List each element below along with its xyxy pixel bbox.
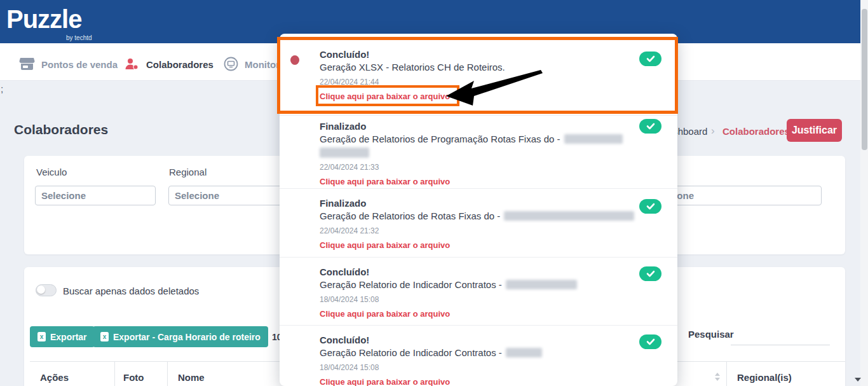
download-file-link[interactable]: Clique aqui para baixar o arquivo <box>320 177 450 186</box>
notification-item[interactable]: Concluído! Geração XLSX - Relatorios CH … <box>280 44 677 102</box>
justificar-button[interactable]: Justificar <box>787 119 842 142</box>
table-column-divider <box>726 361 727 386</box>
people-icon <box>125 57 140 73</box>
storefront-icon <box>19 57 35 73</box>
toggle-knob <box>37 286 45 294</box>
notification-item[interactable]: Concluído! Geração Relatorio de Indicado… <box>280 258 677 319</box>
nav-label: Monitor <box>245 57 280 72</box>
nav-label: Pontos de venda <box>41 57 118 72</box>
success-check-icon <box>639 266 661 281</box>
redacted-text <box>504 211 634 221</box>
notification-status: Concluído! <box>320 266 652 277</box>
redacted-text <box>320 148 369 158</box>
success-check-icon <box>639 199 661 214</box>
download-file-link[interactable]: Clique aqui para baixar o arquivo <box>320 377 450 386</box>
column-header-nome[interactable]: Nome <box>178 372 205 383</box>
sort-descending-icon[interactable] <box>715 378 720 381</box>
notification-item[interactable]: Finalizado Geração de Relatorios de Prog… <box>280 116 677 187</box>
breadcrumb-current: Colaboradores <box>722 126 790 137</box>
notification-date: 22/04/2024 21:33 <box>320 163 652 172</box>
chevron-down-icon[interactable] <box>855 378 861 382</box>
column-header-regionais[interactable]: Regional(is) <box>737 372 792 383</box>
nav-item-monitor[interactable]: Monitor <box>224 57 280 72</box>
export-carga-horario-button[interactable]: x Exportar - Carga Horario de roteiro <box>93 326 268 347</box>
export-button[interactable]: x Exportar <box>30 326 95 347</box>
notification-message: Geração XLSX - Relatorios CH de Roteiros… <box>320 62 652 72</box>
redacted-text <box>506 280 577 289</box>
success-check-icon <box>639 52 661 66</box>
notification-message: Geração Relatorio de Indicador Contratos… <box>320 279 652 290</box>
column-header-foto: Foto <box>123 372 144 383</box>
table-column-divider <box>114 361 115 386</box>
nav-item-pontos-de-venda[interactable]: Pontos de venda <box>19 57 118 72</box>
search-label: Pesquisar <box>688 329 734 340</box>
download-file-link[interactable]: Clique aqui para baixar o arquivo <box>320 309 450 319</box>
notification-date: 18/04/2024 15:08 <box>320 363 652 372</box>
notification-status: Finalizado <box>320 121 652 132</box>
download-file-link[interactable]: Clique aqui para baixar o arquivo <box>320 240 450 250</box>
notification-item[interactable]: Concluído! Geração Relatorio de Indicado… <box>280 326 677 386</box>
logo-tagline: by techtd <box>66 34 92 41</box>
notification-date: 22/04/2024 21:44 <box>320 78 652 86</box>
veiculo-select[interactable] <box>35 186 156 205</box>
notification-status: Finalizado <box>320 198 652 209</box>
regional-label: Regional <box>169 167 207 177</box>
notification-item[interactable]: Finalizado Geração de Relatorios de Rota… <box>280 189 677 251</box>
notification-date: 18/04/2024 15:08 <box>320 295 652 304</box>
nav-item-colaboradores[interactable]: Colaboradores <box>125 57 214 72</box>
notification-message: Geração Relatorio de Indicador Contratos… <box>320 347 652 358</box>
notification-date: 22/04/2024 21:32 <box>320 226 652 235</box>
redacted-text <box>506 348 542 357</box>
monitor-icon <box>224 57 238 74</box>
nav-label: Colaboradores <box>146 57 214 72</box>
regional-select[interactable] <box>168 186 289 205</box>
notifications-dropdown-panel: Concluído! Geração XLSX - Relatorios CH … <box>280 34 677 386</box>
success-check-icon <box>639 119 661 134</box>
stray-character: ; <box>1 83 3 94</box>
notification-message: Geração de Relatorios de Rotas Fixas do … <box>320 210 652 221</box>
notification-status: Concluído! <box>320 49 652 60</box>
table-column-divider <box>167 361 168 386</box>
page-title: Colaboradores <box>14 122 108 137</box>
success-check-icon <box>639 334 661 349</box>
deleted-data-toggle-label: Buscar apenas dados deletados <box>63 286 199 296</box>
sort-ascending-icon[interactable] <box>715 373 720 376</box>
scrollbar-thumb[interactable] <box>862 9 867 150</box>
excel-file-icon: x <box>37 332 46 341</box>
redacted-text <box>564 134 623 144</box>
veiculo-label: Veiculo <box>36 167 67 177</box>
excel-file-icon: x <box>100 332 109 341</box>
app-logo[interactable]: Puzzle <box>6 6 81 32</box>
search-input[interactable] <box>731 329 830 345</box>
column-header-acoes: Ações <box>40 372 69 383</box>
notification-status: Concluído! <box>320 334 652 345</box>
download-file-link[interactable]: Clique aqui para baixar o arquivo <box>320 92 450 101</box>
breadcrumb-separator-icon: › <box>711 125 715 137</box>
deleted-data-toggle[interactable] <box>36 284 57 296</box>
notification-message: Geração de Relatorios de Programação Rot… <box>320 134 652 144</box>
